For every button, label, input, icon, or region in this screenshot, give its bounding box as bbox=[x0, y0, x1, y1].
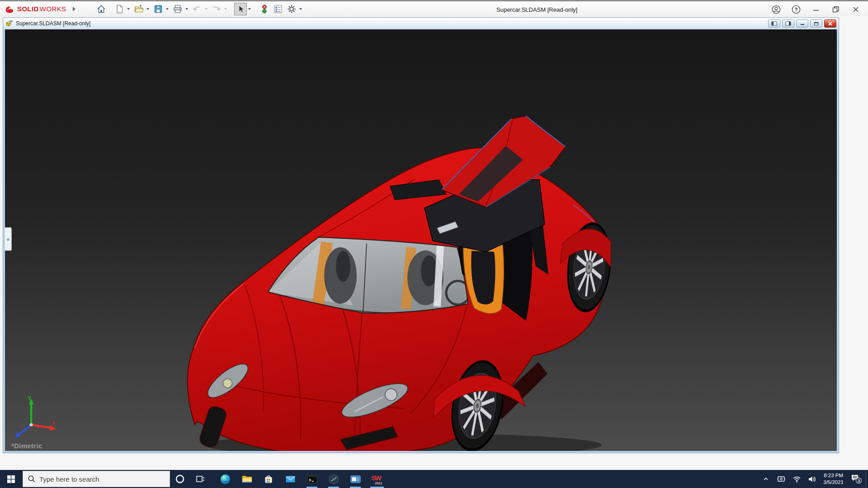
home-icon bbox=[96, 4, 106, 14]
solidworks-logo: SOLIDWORKS bbox=[0, 4, 69, 14]
show-right-pane-button[interactable] bbox=[782, 19, 794, 28]
notification-badge: 3 bbox=[858, 479, 860, 483]
taskbar-app-visualize[interactable] bbox=[323, 470, 344, 488]
task-view-icon bbox=[195, 475, 204, 483]
assembly-icon bbox=[5, 20, 13, 27]
tray-expand-button[interactable] bbox=[758, 470, 774, 488]
terminal-icon bbox=[307, 474, 318, 485]
save-button[interactable] bbox=[152, 3, 165, 15]
solidworks-2021-icon: SW 2021 bbox=[371, 473, 383, 485]
svg-text:2021: 2021 bbox=[375, 481, 382, 485]
start-button[interactable] bbox=[0, 470, 22, 488]
menu-expand-arrow-icon[interactable] bbox=[73, 7, 78, 11]
document-window-controls bbox=[768, 19, 836, 28]
view-orientation-label: *Dimetric bbox=[11, 442, 42, 450]
windows-logo-icon bbox=[7, 475, 15, 483]
redo-button[interactable] bbox=[210, 3, 223, 15]
open-dropdown[interactable] bbox=[146, 8, 149, 11]
task-view-button[interactable] bbox=[190, 470, 210, 488]
print-dropdown[interactable] bbox=[185, 8, 188, 11]
display-icon bbox=[777, 475, 786, 483]
taskbar-app-terminal[interactable] bbox=[301, 470, 323, 488]
select-tool-dropdown[interactable] bbox=[248, 8, 251, 11]
collapsed-panel-tab[interactable] bbox=[5, 227, 12, 251]
taskbar: SW 2021 bbox=[0, 470, 868, 488]
undo-button[interactable] bbox=[191, 3, 203, 15]
window-controls: ? bbox=[769, 1, 868, 18]
document-window: Supercar.SLDASM [Read-only] bbox=[3, 17, 839, 453]
file-properties-button[interactable] bbox=[272, 3, 284, 15]
taskbar-app-store[interactable] bbox=[258, 470, 279, 488]
cortana-button[interactable] bbox=[170, 470, 190, 488]
store-icon bbox=[263, 474, 274, 484]
show-desktop-button[interactable] bbox=[865, 470, 868, 488]
graphics-viewport[interactable]: Y X *Dimetric bbox=[5, 29, 837, 451]
redo-dropdown[interactable] bbox=[224, 8, 227, 11]
document-title: Supercar.SLDASM [Read-only] bbox=[16, 20, 90, 27]
help-button[interactable]: ? bbox=[788, 3, 804, 16]
select-tool-button[interactable] bbox=[234, 3, 247, 15]
restore-button[interactable] bbox=[828, 3, 844, 16]
mail-icon bbox=[285, 474, 296, 485]
taskbar-app-media[interactable] bbox=[344, 470, 366, 488]
document-close-button[interactable] bbox=[824, 19, 836, 28]
rebuild-button[interactable] bbox=[258, 3, 271, 15]
solidworks-logo-icon bbox=[5, 4, 16, 14]
file-properties-icon bbox=[273, 4, 283, 14]
chevron-up-icon bbox=[762, 475, 769, 483]
undo-dropdown[interactable] bbox=[205, 8, 208, 11]
notification-center-button[interactable]: 3 bbox=[847, 470, 865, 488]
logo-text-solid: SOLID bbox=[17, 5, 39, 13]
document-close-icon bbox=[828, 22, 833, 26]
taskbar-clock[interactable]: 8:23 PM 3/5/2021 bbox=[820, 472, 847, 486]
volume-tray-icon[interactable] bbox=[804, 470, 820, 488]
undo-icon bbox=[192, 4, 202, 14]
account-button[interactable] bbox=[769, 3, 784, 16]
document-titlebar[interactable]: Supercar.SLDASM [Read-only] bbox=[3, 18, 839, 29]
cortana-icon bbox=[175, 474, 185, 484]
minimize-button[interactable] bbox=[808, 3, 824, 16]
wifi-tray-icon[interactable] bbox=[789, 470, 804, 488]
taskbar-app-edge[interactable] bbox=[214, 470, 236, 488]
redo-icon bbox=[212, 4, 222, 14]
hexagon-app-icon bbox=[328, 474, 340, 485]
new-document-dropdown[interactable] bbox=[127, 8, 130, 11]
media-app-icon bbox=[350, 474, 361, 485]
open-button[interactable] bbox=[132, 3, 145, 15]
taskbar-app-solidworks[interactable]: SW 2021 bbox=[366, 470, 388, 488]
taskbar-app-mail[interactable] bbox=[279, 470, 301, 488]
notification-icon: 3 bbox=[850, 474, 862, 484]
options-dropdown[interactable] bbox=[299, 8, 302, 11]
options-button[interactable] bbox=[285, 3, 298, 15]
account-icon bbox=[771, 5, 781, 14]
taskbar-apps: SW 2021 bbox=[214, 470, 388, 488]
new-document-icon bbox=[114, 4, 124, 14]
rebuild-traffic-light-icon bbox=[259, 4, 269, 14]
right-pane-icon bbox=[785, 21, 791, 26]
app-title: Supercar.SLDASM [Read-only] bbox=[496, 1, 577, 18]
save-dropdown[interactable] bbox=[166, 8, 169, 11]
file-explorer-icon bbox=[241, 474, 253, 485]
print-button[interactable] bbox=[171, 3, 184, 15]
show-left-pane-button[interactable] bbox=[768, 19, 780, 28]
y-axis-label: Y bbox=[28, 395, 31, 402]
select-cursor-icon bbox=[236, 4, 245, 14]
taskbar-app-file-explorer[interactable] bbox=[236, 470, 258, 488]
save-icon bbox=[153, 4, 163, 14]
document-restore-button[interactable] bbox=[810, 19, 822, 28]
taskbar-search[interactable] bbox=[23, 471, 170, 487]
document-restore-icon bbox=[814, 22, 819, 26]
viewport-3d-model[interactable] bbox=[5, 29, 837, 451]
close-icon bbox=[853, 6, 859, 13]
quick-access-toolbar bbox=[95, 3, 304, 15]
orientation-triad: Y X bbox=[12, 395, 57, 440]
search-icon bbox=[28, 475, 36, 483]
close-button[interactable] bbox=[848, 3, 863, 16]
remote-display-tray-icon[interactable] bbox=[774, 470, 789, 488]
document-minimize-button[interactable] bbox=[796, 19, 808, 28]
system-tray: 8:23 PM 3/5/2021 3 bbox=[758, 470, 868, 488]
new-document-button[interactable] bbox=[113, 3, 126, 15]
left-pane-icon bbox=[771, 21, 777, 26]
home-button[interactable] bbox=[95, 3, 108, 15]
search-input[interactable] bbox=[39, 475, 152, 483]
